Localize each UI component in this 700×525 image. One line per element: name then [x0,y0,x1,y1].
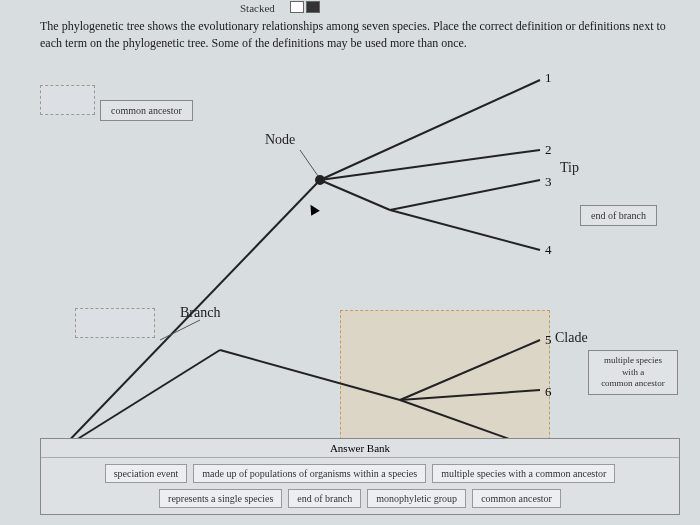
phylo-tree-diagram: Node Branch Tip Clade 1 2 3 4 5 6 7 comm… [40,70,660,470]
placed-end-of-branch[interactable]: end of branch [580,205,657,226]
species-2: 2 [545,142,552,158]
svg-line-12 [160,320,200,340]
view-icon-2[interactable] [306,1,320,13]
answer-chips-row: speciation event made up of populations … [41,458,679,514]
answer-bank: Answer Bank speciation event made up of … [40,438,680,515]
view-mode-label: Stacked [240,2,275,14]
node-dot [315,175,325,185]
svg-line-3 [390,180,540,210]
svg-line-5 [390,210,540,250]
drop-target-root[interactable] [40,85,95,115]
chip-end-of-branch[interactable]: end of branch [288,489,361,508]
chip-speciation-event[interactable]: speciation event [105,464,188,483]
top-toolbar: Stacked [0,0,700,18]
species-1: 1 [545,70,552,86]
species-6: 6 [545,384,552,400]
placed-clade-definition[interactable]: multiple species with a common ancestor [588,350,678,395]
chip-monophyletic[interactable]: monophyletic group [367,489,466,508]
chip-populations[interactable]: made up of populations of organisms with… [193,464,426,483]
chip-multiple-species[interactable]: multiple species with a common ancestor [432,464,615,483]
species-3: 3 [545,174,552,190]
clade-label: Clade [555,330,588,346]
answer-bank-title: Answer Bank [41,439,679,458]
instructions-text: The phylogenetic tree shows the evolutio… [40,18,680,52]
drop-target-branch[interactable] [75,308,155,338]
svg-line-4 [320,180,390,210]
svg-line-6 [220,350,400,400]
placed-common-ancestor[interactable]: common ancestor [100,100,193,121]
svg-line-11 [300,150,318,176]
tip-label: Tip [560,160,579,176]
chip-common-ancestor[interactable]: common ancestor [472,489,561,508]
species-5: 5 [545,332,552,348]
node-label: Node [265,132,295,148]
tree-svg [40,70,660,470]
branch-label: Branch [180,305,220,321]
svg-line-10 [60,350,220,450]
view-icon-1[interactable] [290,1,304,13]
species-4: 4 [545,242,552,258]
chip-single-species[interactable]: represents a single species [159,489,282,508]
